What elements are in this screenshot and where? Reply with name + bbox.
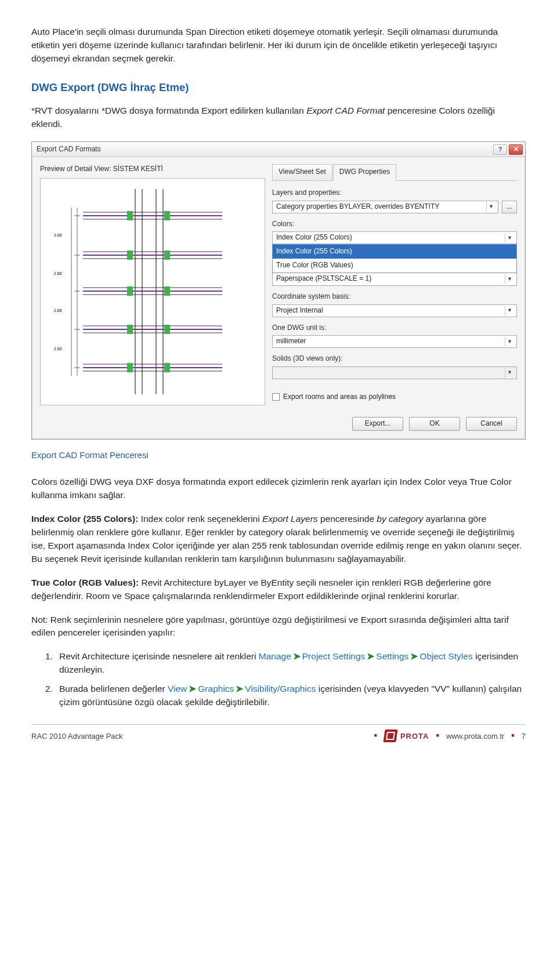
linetype-value: Paperspace (PSLTSCALE = 1) (276, 274, 371, 284)
close-button[interactable]: ✕ (509, 144, 523, 155)
tab-bar: View/Sheet Set DWG Properties (272, 164, 517, 181)
svg-rect-25 (127, 325, 133, 334)
colors-option-true[interactable]: True Color (RGB Values) (273, 259, 516, 273)
ok-button[interactable]: OK (409, 417, 460, 431)
list-text-1: Revit Architecture içerisinde nesnelere … (59, 650, 526, 677)
export-button[interactable]: Export... (352, 417, 403, 431)
svg-text:2.80: 2.80 (54, 308, 62, 313)
arrow-icon: ➤ (234, 684, 245, 694)
dialog-title: Export CAD Formats (37, 144, 101, 155)
layers-label: Layers and properties: (272, 188, 517, 198)
dialog-footer: Export... OK Cancel (32, 412, 525, 439)
rvt-italic: Export CAD Format (306, 106, 385, 115)
note-list: 1. Revit Architecture içerisinde nesnele… (45, 650, 526, 709)
intro-paragraph: Auto Place'in seçili olması durumunda Sp… (31, 26, 526, 66)
svg-text:2.80: 2.80 (54, 347, 62, 351)
prota-cube-icon (383, 729, 397, 742)
dialog-screenshot: Export CAD Formats ? ✕ Preview of Detail… (31, 141, 526, 440)
svg-rect-23 (127, 286, 133, 296)
true-color-lead: True Color (RGB Values): (31, 578, 141, 587)
list2-visibility: Visibility/Graphics (245, 684, 316, 694)
list1-lead: Revit Architecture içerisinde nesnelere … (59, 651, 259, 661)
svg-rect-24 (164, 286, 170, 296)
svg-text:2.80: 2.80 (54, 271, 62, 275)
solids-combo: ▼ (272, 366, 517, 379)
bullet-icon: ■ (511, 732, 514, 739)
svg-rect-27 (127, 363, 133, 372)
tab-view-sheet-set[interactable]: View/Sheet Set (272, 164, 332, 180)
list-text-2: Burada belirlenen değerler View➤Graphics… (59, 683, 526, 709)
rooms-checkbox-row[interactable]: Export rooms and areas as polylines (272, 392, 517, 402)
heading-dwg-export: DWG Export (DWG İhraç Etme) (31, 79, 526, 95)
svg-rect-26 (164, 325, 170, 334)
svg-rect-20 (164, 211, 170, 220)
index-seg1: Index color renk seçeneklerini (141, 514, 262, 524)
colors-dropdown: Index Color (255 Colors) True Color (RGB… (272, 244, 517, 273)
list-item-1: 1. Revit Architecture içerisinde nesnele… (45, 650, 526, 677)
index-color-lead: Index Color (255 Colors): (31, 514, 141, 524)
list1-object-styles: Object Styles (419, 651, 472, 661)
rvt-paragraph: *RVT dosyalarını *DWG dosya formatında E… (31, 104, 526, 131)
rooms-checkbox[interactable] (272, 393, 280, 401)
preview-frame: 2.80 2.80 2.80 2.80 (40, 178, 265, 405)
preview-drawing: 2.80 2.80 2.80 2.80 (48, 184, 258, 399)
prota-brand-text: PROTA (400, 731, 429, 742)
arrow-icon: ➤ (365, 651, 376, 661)
list-item-2: 2. Burada belirlenen değerler View➤Graph… (45, 683, 526, 709)
dialog-caption: Export CAD Format Penceresi (31, 449, 526, 462)
chevron-down-icon: ▼ (486, 202, 495, 212)
chevron-down-icon: ▼ (505, 274, 514, 284)
layers-combo[interactable]: Category properties BYLAYER, overrides B… (272, 201, 498, 213)
index-color-paragraph: Index Color (255 Colors): Index color re… (31, 513, 526, 566)
colors-label: Colors: (272, 219, 517, 230)
bullet-icon: ■ (436, 732, 439, 739)
footer-url: www.prota.com.tr (446, 731, 504, 742)
unit-combo[interactable]: millimeter ▼ (272, 335, 517, 348)
svg-text:2.80: 2.80 (54, 233, 62, 237)
layers-value: Category properties BYLAYER, overrides B… (276, 202, 439, 212)
help-button[interactable]: ? (493, 144, 507, 155)
list1-project-settings: Project Settings (302, 651, 366, 661)
chevron-down-icon: ▼ (505, 306, 514, 315)
coord-combo[interactable]: Project Internal ▼ (272, 304, 517, 317)
list1-settings: Settings (376, 651, 408, 661)
index-seg2: penceresinde (318, 514, 377, 524)
colors-value: Index Color (255 Colors) (276, 233, 352, 243)
list-num-1: 1. (45, 650, 59, 677)
export-cad-dialog: Export CAD Formats ? ✕ Preview of Detail… (31, 141, 526, 440)
colors-paragraph: Colors özelliği DWG veya DXF dosya forma… (31, 476, 526, 502)
list2-view: View (168, 684, 187, 694)
chevron-down-icon: ▼ (505, 337, 514, 346)
colors-combo[interactable]: Index Color (255 Colors) ▼ (272, 231, 517, 244)
linetype-combo[interactable]: Paperspace (PSLTSCALE = 1) ▼ (272, 273, 517, 286)
coord-label: Coordinate system basis: (272, 292, 517, 302)
tab-dwg-properties[interactable]: DWG Properties (333, 164, 396, 181)
solids-label: Solids (3D views only): (272, 354, 517, 364)
svg-rect-28 (164, 363, 170, 372)
list-num-2: 2. (45, 683, 59, 709)
layers-browse-button[interactable]: ... (502, 201, 517, 213)
document-footer: RAC 2010 Advantage Pack ■ PROTA ■ www.pr… (31, 724, 526, 742)
unit-label: One DWG unit is: (272, 323, 517, 333)
list2-graphics: Graphics (198, 684, 234, 694)
arrow-icon: ➤ (187, 684, 198, 694)
cancel-button[interactable]: Cancel (466, 417, 517, 431)
page-number: 7 (522, 731, 526, 742)
note-paragraph: Not: Renk seçimlerinin nesnelere göre ya… (31, 614, 526, 640)
chevron-down-icon: ▼ (505, 233, 514, 242)
prota-logo: PROTA (384, 729, 429, 742)
chevron-down-icon: ▼ (505, 368, 514, 378)
svg-rect-21 (127, 251, 133, 260)
colors-option-index[interactable]: Index Color (255 Colors) (273, 245, 516, 259)
arrow-icon: ➤ (291, 651, 302, 661)
preview-label: Preview of Detail View: SİSTEM KESİTİ (40, 164, 265, 175)
svg-rect-19 (127, 211, 133, 220)
bullet-icon: ■ (374, 732, 377, 739)
rvt-lead: *RVT dosyalarını *DWG dosya formatında E… (31, 106, 306, 115)
dialog-titlebar: Export CAD Formats ? ✕ (32, 142, 525, 157)
footer-left: RAC 2010 Advantage Pack (31, 731, 123, 742)
list1-manage: Manage (259, 651, 291, 661)
unit-value: millimeter (276, 336, 306, 347)
coord-value: Project Internal (276, 306, 323, 316)
true-color-paragraph: True Color (RGB Values): Revit Architect… (31, 576, 526, 603)
